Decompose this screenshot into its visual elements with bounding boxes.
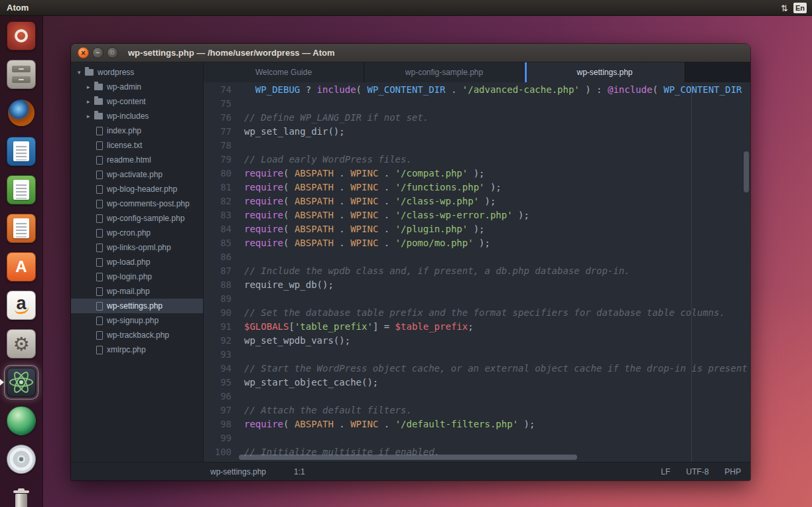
line-number: 94 [204, 362, 232, 376]
line-number: 82 [204, 194, 232, 208]
tree-item-wp-includes[interactable]: ▸wp-includes [71, 109, 203, 123]
tab-label: wp-config-sample.php [405, 68, 483, 77]
line-number: 87 [204, 264, 232, 278]
code-line-98[interactable]: require( ABSPATH . WPINC . '/default-fil… [244, 417, 750, 431]
tree-item-wp-cron-php[interactable]: wp-cron.php [71, 226, 203, 240]
status-encoding[interactable]: UTF-8 [686, 467, 709, 476]
minimize-button[interactable]: − [92, 47, 103, 58]
tree-item-wp-config-sample-php[interactable]: wp-config-sample.php [71, 211, 203, 226]
tree-item-wp-comments-post-php[interactable]: wp-comments-post.php [71, 196, 203, 211]
code-area[interactable]: WP_DEBUG ? include( WP_CONTENT_DIR . '/a… [238, 82, 750, 462]
line-number: 83 [204, 208, 232, 222]
status-language[interactable]: PHP [724, 467, 741, 476]
topbar-indicators: ⇅ En [781, 0, 807, 16]
code-line-85[interactable]: require( ABSPATH . WPINC . '/pomo/mo.php… [244, 236, 750, 250]
code-line-94[interactable]: // Start the WordPress object cache, or … [244, 362, 750, 376]
launcher-item-audio-cd[interactable] [5, 443, 37, 475]
tree-item-index-php[interactable]: index.php [71, 123, 203, 138]
chevron-right-icon: ▸ [87, 113, 94, 119]
tab-welcome-guide[interactable]: Welcome Guide [204, 62, 364, 82]
tree-item-wp-signup-php[interactable]: wp-signup.php [71, 313, 203, 328]
code-line-79[interactable]: // Load early WordPress files. [244, 153, 750, 167]
tree-item-label: index.php [107, 126, 141, 135]
launcher-item-system-settings[interactable]: ⚙ [5, 328, 37, 360]
wrap-guide [691, 82, 692, 462]
file-icon [96, 346, 103, 354]
vertical-scrollbar-thumb[interactable] [744, 151, 749, 192]
launcher-item-ubuntu-dash[interactable] [5, 20, 37, 52]
code-line-82[interactable]: require( ABSPATH . WPINC . '/class-wp.ph… [244, 194, 750, 208]
tree-item-wp-trackback-php[interactable]: wp-trackback.php [71, 328, 203, 342]
files-icon [7, 60, 36, 89]
tree-item-wp-login-php[interactable]: wp-login.php [71, 269, 203, 284]
tree-item-wp-admin[interactable]: ▸wp-admin [71, 80, 203, 94]
code-line-93[interactable] [244, 348, 750, 362]
tree-item-wp-settings-php[interactable]: wp-settings.php [71, 299, 203, 313]
launcher-item-libreoffice-calc[interactable] [5, 174, 37, 206]
code-line-92[interactable]: wp_set_wpdb_vars(); [244, 334, 750, 348]
launcher-item-trash[interactable] [5, 482, 37, 507]
window-titlebar[interactable]: × − □ wp-settings.php — /home/user/wordp… [71, 44, 750, 62]
status-file-name: wp-settings.php [210, 467, 266, 476]
line-number: 97 [204, 403, 232, 417]
tree-item-license-txt[interactable]: license.txt [71, 138, 203, 153]
code-line-99[interactable] [244, 431, 750, 445]
launcher-item-amazon[interactable]: a [5, 289, 37, 321]
launcher-item-firefox[interactable] [5, 97, 37, 129]
code-line-81[interactable]: require( ABSPATH . WPINC . '/functions.p… [244, 181, 750, 194]
status-cursor-position[interactable]: 1:1 [294, 467, 305, 476]
launcher-item-files[interactable] [5, 58, 37, 90]
editor-pane[interactable]: 7475767778798081828384858687888990919293… [204, 82, 750, 462]
code-line-75[interactable] [244, 97, 750, 111]
code-line-97[interactable]: // Attach the default filters. [244, 403, 750, 417]
code-line-89[interactable] [244, 292, 750, 306]
file-icon [96, 317, 103, 325]
code-line-84[interactable]: require( ABSPATH . WPINC . '/plugin.php'… [244, 222, 750, 236]
tree-item-wp-blog-header-php[interactable]: wp-blog-header.php [71, 182, 203, 196]
trash-icon [7, 483, 36, 507]
code-line-80[interactable]: require( ABSPATH . WPINC . '/compat.php'… [244, 167, 750, 181]
tree-item-label: wp-comments-post.php [107, 199, 190, 208]
code-line-86[interactable] [244, 250, 750, 264]
tab-wp-config-sample-php[interactable]: wp-config-sample.php [364, 62, 525, 82]
tree-item-label: readme.html [107, 155, 151, 165]
tree-item-readme-html[interactable]: readme.html [71, 153, 203, 167]
maximize-button[interactable]: □ [107, 47, 118, 58]
chevron-down-icon: ▾ [78, 69, 85, 76]
code-line-74[interactable]: WP_DEBUG ? include( WP_CONTENT_DIR . '/a… [244, 83, 750, 97]
code-line-77[interactable]: wp_set_lang_dir(); [244, 125, 750, 139]
tree-root-wordpress[interactable]: ▾ wordpress [71, 65, 203, 80]
line-number: 74 [204, 83, 232, 97]
launcher-item-atom-editor[interactable] [5, 366, 37, 398]
tree-root-label: wordpress [98, 68, 134, 77]
launcher-item-ubuntu-software-center[interactable]: A [5, 251, 37, 283]
code-line-96[interactable] [244, 390, 750, 403]
code-line-95[interactable]: wp_start_object_cache(); [244, 376, 750, 390]
ubuntu-software-center-icon: A [7, 252, 36, 281]
code-line-87[interactable]: // Include the wpdb class and, if presen… [244, 264, 750, 278]
horizontal-scrollbar-thumb[interactable] [239, 455, 577, 460]
tree-item-wp-activate-php[interactable]: wp-activate.php [71, 167, 203, 182]
code-line-88[interactable]: require_wp_db(); [244, 278, 750, 292]
tree-item-wp-links-opml-php[interactable]: wp-links-opml.php [71, 240, 203, 255]
code-line-83[interactable]: require( ABSPATH . WPINC . '/class-wp-er… [244, 208, 750, 222]
tree-item-wp-mail-php[interactable]: wp-mail.php [71, 284, 203, 299]
code-line-91[interactable]: $GLOBALS['table_prefix'] = $table_prefix… [244, 320, 750, 334]
code-line-76[interactable]: // Define WP_LANG_DIR if not set. [244, 111, 750, 125]
launcher-item-libreoffice-writer[interactable] [5, 135, 37, 167]
tab-label: wp-settings.php [576, 68, 632, 77]
launcher-item-green-circle-app[interactable] [5, 405, 37, 437]
tree-item-wp-load-php[interactable]: wp-load.php [71, 255, 203, 269]
tree-item-xmlrpc-php[interactable]: xmlrpc.php [71, 342, 203, 357]
text-input-switcher-icon[interactable]: ⇅ [781, 3, 788, 13]
launcher-item-libreoffice-impress[interactable] [5, 212, 37, 244]
line-number: 92 [204, 334, 232, 348]
status-line-ending[interactable]: LF [661, 467, 670, 476]
close-button[interactable]: × [78, 47, 89, 58]
tree-item-wp-content[interactable]: ▸wp-content [71, 94, 203, 109]
code-line-78[interactable] [244, 139, 750, 153]
code-line-90[interactable]: // Set the database table prefix and the… [244, 306, 750, 320]
tab-wp-settings-php[interactable]: wp-settings.php [525, 62, 685, 82]
keyboard-layout-indicator[interactable]: En [793, 3, 807, 13]
amazon-icon: a [7, 291, 36, 320]
